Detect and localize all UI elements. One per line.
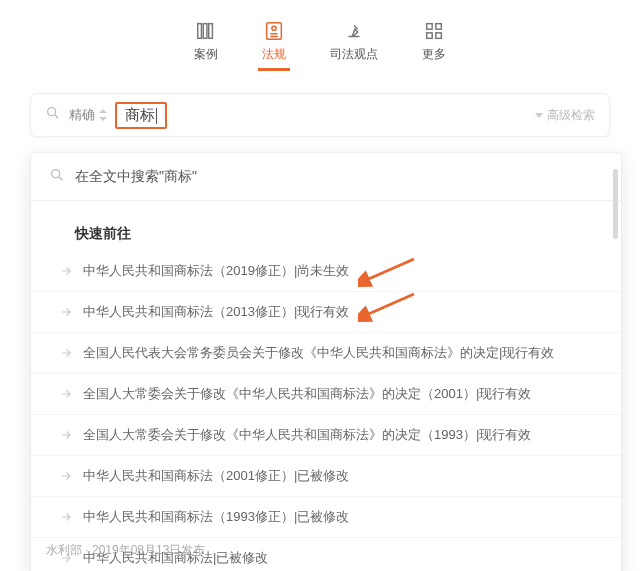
chevron-down-icon — [535, 113, 543, 118]
arrow-right-icon — [59, 428, 73, 442]
search-mode-toggle[interactable]: 精确 — [69, 106, 107, 124]
tab-label: 更多 — [422, 46, 446, 63]
suggestion-item-label: 中华人民共和国商标法（2001修正）|已被修改 — [83, 467, 349, 485]
suggestion-item[interactable]: 中华人民共和国商标法（2001修正）|已被修改 — [31, 456, 621, 497]
arrow-right-icon — [59, 387, 73, 401]
suggestion-item[interactable]: 全国人大常委会关于修改《中华人民共和国商标法》的决定（1993）|现行有效 — [31, 415, 621, 456]
svg-rect-8 — [436, 33, 442, 39]
arrow-right-icon — [59, 510, 73, 524]
grid-icon — [423, 20, 445, 42]
top-tabs: 案例 法规 司法观点 — [0, 0, 640, 71]
tab-label: 司法观点 — [330, 46, 378, 63]
fulltext-label: 在全文中搜索"商标" — [75, 168, 197, 186]
search-bar[interactable]: 精确 商标 高级检索 — [30, 93, 610, 137]
search-icon — [45, 105, 61, 125]
arrow-right-icon — [59, 305, 73, 319]
svg-point-10 — [52, 170, 60, 178]
suggestion-item[interactable]: 中华人民共和国商标法（2019修正）|尚未生效 — [31, 251, 621, 292]
text-cursor — [156, 108, 157, 124]
books-icon — [195, 20, 217, 42]
search-input[interactable]: 商标 — [115, 102, 167, 129]
search-mode-label: 精确 — [69, 106, 95, 124]
arrow-right-icon — [59, 469, 73, 483]
suggestions-dropdown: 在全文中搜索"商标" 快速前往 中华人民共和国商标法（2019修正）|尚未生效中… — [30, 152, 622, 571]
svg-rect-1 — [203, 24, 207, 39]
svg-rect-6 — [436, 24, 442, 30]
fulltext-search-option[interactable]: 在全文中搜索"商标" — [31, 153, 621, 201]
tab-more[interactable]: 更多 — [422, 20, 446, 63]
advanced-search-label: 高级检索 — [547, 107, 595, 124]
advanced-search-link[interactable]: 高级检索 — [535, 107, 595, 124]
suggestion-item[interactable]: 全国人民代表大会常务委员会关于修改《中华人民共和国商标法》的决定|现行有效 — [31, 333, 621, 374]
svg-point-4 — [272, 26, 276, 30]
suggestion-item-label: 全国人大常委会关于修改《中华人民共和国商标法》的决定（1993）|现行有效 — [83, 426, 531, 444]
gavel-icon — [343, 20, 365, 42]
arrow-right-icon — [59, 346, 73, 360]
footer-meta: 水利部 · 2019年08月13日发布 — [46, 542, 205, 559]
svg-rect-5 — [427, 24, 433, 30]
suggestion-item[interactable]: 全国人大常委会关于修改《中华人民共和国商标法》的决定（2001）|现行有效 — [31, 374, 621, 415]
suggestion-item-label: 中华人民共和国商标法（2019修正）|尚未生效 — [83, 262, 349, 280]
svg-rect-0 — [198, 24, 202, 39]
quick-nav-heading: 快速前往 — [31, 201, 621, 251]
search-query-text: 商标 — [125, 106, 155, 123]
suggestion-item-label: 中华人民共和国商标法（2013修正）|现行有效 — [83, 303, 349, 321]
search-icon — [49, 167, 65, 186]
sort-icon — [99, 109, 107, 121]
scale-book-icon — [263, 20, 285, 42]
svg-point-9 — [48, 108, 56, 116]
svg-rect-7 — [427, 33, 433, 39]
suggestion-item[interactable]: 中华人民共和国商标法（2013修正）|现行有效 — [31, 292, 621, 333]
svg-rect-2 — [209, 24, 213, 39]
suggestion-item-label: 全国人大常委会关于修改《中华人民共和国商标法》的决定（2001）|现行有效 — [83, 385, 531, 403]
tab-laws[interactable]: 法规 — [262, 20, 286, 63]
tab-label: 法规 — [262, 46, 286, 63]
suggestion-item[interactable]: 中华人民共和国商标法（1993修正）|已被修改 — [31, 497, 621, 538]
suggestion-item-label: 中华人民共和国商标法（1993修正）|已被修改 — [83, 508, 349, 526]
arrow-right-icon — [59, 264, 73, 278]
tab-judicial[interactable]: 司法观点 — [330, 20, 378, 63]
suggestion-item-label: 全国人民代表大会常务委员会关于修改《中华人民共和国商标法》的决定|现行有效 — [83, 344, 554, 362]
tab-cases[interactable]: 案例 — [194, 20, 218, 63]
scrollbar[interactable] — [613, 169, 618, 239]
tab-label: 案例 — [194, 46, 218, 63]
